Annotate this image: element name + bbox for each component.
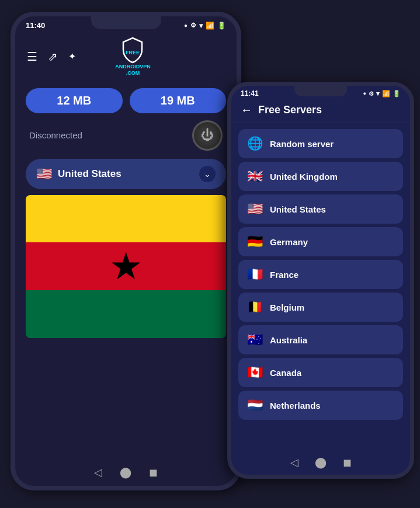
phone2-battery-icon: 🔋: [393, 90, 401, 98]
server-name-label: United States: [270, 204, 326, 214]
scene: 11:40 ● ⚙ ▾ 📶 🔋 ☰ ⇗ ✦ FREE: [0, 0, 420, 508]
phone1-toolbar: ☰ ⇗ ✦ FREE ANDROIDVPN .COM: [15, 31, 237, 80]
shield-svg-icon: FREE: [121, 37, 144, 64]
server-name-label: Germany: [270, 237, 308, 247]
disconnected-row: Disconnected ⏻: [15, 118, 237, 156]
phone1-recent-btn[interactable]: ◼: [149, 466, 158, 479]
phone1: 11:40 ● ⚙ ▾ 📶 🔋 ☰ ⇗ ✦ FREE: [11, 12, 241, 490]
hamburger-icon[interactable]: ☰: [27, 50, 37, 64]
server-name-label: United Kingdom: [270, 172, 338, 182]
server-flag-icon: 🌐: [247, 136, 263, 151]
server-name-label: Random server: [270, 139, 334, 149]
phone1-home-bar: ◁ ⬤ ◼: [94, 466, 158, 479]
server-item[interactable]: 🇫🇷France: [238, 260, 403, 289]
free-servers-title: Free Servers: [258, 104, 322, 116]
share-icon[interactable]: ⇗: [48, 50, 58, 64]
phone1-wifi-icon: ▾: [199, 22, 203, 30]
phone1-home-btn[interactable]: ⬤: [120, 466, 131, 479]
server-item[interactable]: 🌐Random server: [238, 129, 403, 158]
disconnected-label: Disconnected: [29, 130, 82, 140]
phone1-settings-icon: ⚙: [190, 22, 196, 29]
phone2-wifi-icon: ▾: [376, 90, 380, 98]
phone1-back-btn[interactable]: ◁: [94, 466, 102, 479]
phone1-signal-icon: 📶: [206, 22, 214, 30]
phone2-time: 11:41: [241, 89, 259, 98]
phone2-home-bar: ◁ ⬤ ◼: [290, 456, 352, 469]
server-name-label: Australia: [270, 335, 307, 345]
server-name-label: Canada: [270, 368, 301, 378]
server-flag-icon: 🇩🇪: [247, 234, 263, 249]
phone2-back-btn[interactable]: ◁: [290, 456, 298, 469]
server-item[interactable]: 🇬🇧United Kingdom: [238, 162, 403, 191]
server-item[interactable]: 🇦🇺Australia: [238, 325, 403, 354]
phone2-home-btn[interactable]: ⬤: [315, 456, 327, 469]
phone2-notch: [294, 86, 347, 96]
server-name-label: Belgium: [270, 302, 304, 312]
chevron-down-icon[interactable]: ⌄: [199, 166, 216, 182]
flag-star: ★: [109, 248, 143, 285]
phone2-header: ← Free Servers: [231, 99, 410, 123]
country-name: United States: [58, 168, 193, 180]
phone2-status-icons: ● ⚙ ▾ 📶 🔋: [363, 90, 401, 98]
phone1-time: 11:40: [26, 21, 45, 30]
country-selector[interactable]: 🇺🇸 United States ⌄: [26, 159, 226, 189]
stat-download: 12 MB: [26, 88, 123, 113]
flag-green-stripe: [26, 290, 226, 338]
stat-upload: 19 MB: [130, 88, 227, 113]
phone2: 11:41 ● ⚙ ▾ 📶 🔋 ← Free Servers 🌐Random s…: [227, 82, 414, 479]
server-flag-icon: 🇺🇸: [247, 201, 263, 217]
power-button[interactable]: ⏻: [192, 120, 223, 151]
phone1-stats: 12 MB 19 MB: [15, 80, 237, 118]
phone2-dot-icon: ●: [363, 91, 366, 96]
server-item[interactable]: 🇳🇱Netherlands: [238, 391, 403, 420]
server-name-label: France: [270, 270, 298, 280]
phone1-battery-icon: 🔋: [217, 22, 226, 30]
phone2-signal-icon: 📶: [382, 90, 390, 98]
phone1-notch: [91, 16, 161, 29]
server-flag-icon: 🇳🇱: [247, 398, 263, 413]
server-flag-icon: 🇬🇧: [247, 169, 263, 184]
flag-gold-stripe: [26, 195, 226, 243]
logo-text: ANDROIDVPN .COM: [115, 64, 151, 76]
server-name-label: Netherlands: [270, 401, 321, 410]
server-flag-icon: 🇧🇪: [247, 300, 263, 315]
server-item[interactable]: 🇺🇸United States: [238, 194, 403, 224]
server-flag-icon: 🇦🇺: [247, 332, 263, 347]
app-logo: FREE ANDROIDVPN .COM: [115, 37, 151, 76]
server-item[interactable]: 🇧🇪Belgium: [238, 293, 403, 322]
star-icon[interactable]: ✦: [68, 51, 76, 62]
server-item[interactable]: 🇩🇪Germany: [238, 227, 403, 256]
phone1-dot-icon: ●: [184, 22, 188, 29]
server-flag-icon: 🇨🇦: [247, 365, 263, 380]
phone2-recent-btn[interactable]: ◼: [343, 456, 352, 469]
back-arrow-icon[interactable]: ←: [241, 103, 252, 117]
server-flag-icon: 🇫🇷: [247, 267, 263, 282]
ghana-flag: ★: [26, 195, 226, 338]
svg-text:FREE: FREE: [126, 50, 140, 55]
toolbar-left-icons: ☰ ⇗ ✦: [27, 50, 76, 64]
country-flag: 🇺🇸: [36, 166, 52, 182]
phone1-status-icons: ● ⚙ ▾ 📶 🔋: [184, 22, 226, 30]
phone2-settings-icon: ⚙: [369, 91, 374, 97]
server-item[interactable]: 🇨🇦Canada: [238, 358, 403, 387]
server-list: 🌐Random server🇬🇧United Kingdom🇺🇸United S…: [231, 123, 410, 426]
